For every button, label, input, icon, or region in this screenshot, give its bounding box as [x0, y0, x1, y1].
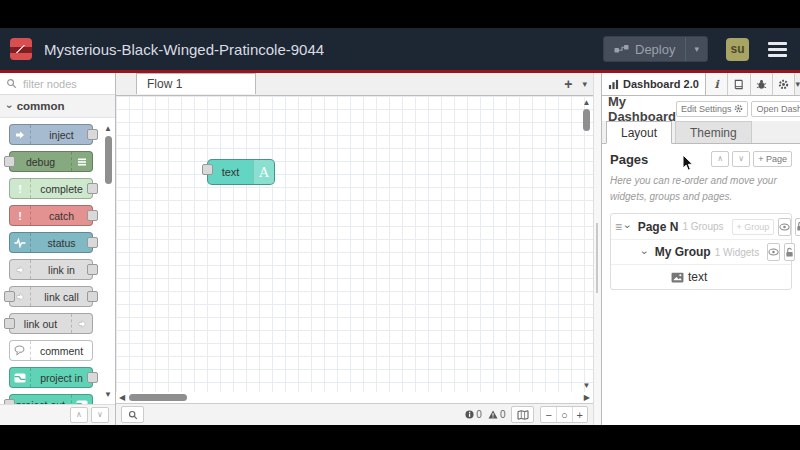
tab-help[interactable] [728, 73, 750, 95]
tab-layout[interactable]: Layout [606, 121, 672, 144]
palette-node-status[interactable]: status [9, 232, 93, 253]
palette-node-catch[interactable]: !catch [9, 205, 93, 226]
palette-node-label: status [31, 237, 92, 249]
tab-debug[interactable] [751, 73, 773, 95]
move-up-button[interactable]: ∧ [711, 151, 729, 167]
palette-node-complete[interactable]: !complete [9, 178, 93, 199]
add-group-button[interactable]: + Group [732, 219, 775, 235]
palette-node-project-in[interactable]: project in [9, 367, 93, 388]
tree-row-group[interactable]: › My Group 1 Widgets [611, 239, 791, 264]
tab-dashboard-label: Dashboard 2.0 [623, 78, 699, 90]
scroll-right-icon[interactable]: ▶ [584, 393, 590, 402]
chevron-down-icon[interactable]: › [622, 225, 633, 229]
group-lock-button[interactable] [784, 243, 795, 261]
add-page-button[interactable]: + Page [753, 151, 792, 167]
main-menu-button[interactable] [765, 39, 790, 60]
flow-tab-bar: Flow 1 + ▾ [116, 73, 593, 96]
tree-row-page[interactable]: ≡ › Page N 1 Groups + Group [611, 214, 791, 239]
info-count-value: 0 [476, 409, 482, 420]
palette-node-label: inject [31, 129, 92, 141]
user-avatar[interactable]: su [726, 38, 749, 61]
node-port-right [87, 129, 98, 140]
zoom-out-button[interactable]: − [541, 407, 555, 422]
palette-node-comment[interactable]: comment [9, 340, 93, 361]
project-logo-icon [71, 395, 92, 404]
deploy-button[interactable]: Deploy [604, 42, 685, 57]
dashboard-header-buttons: Edit Settings Open Dashboard [676, 101, 800, 117]
drag-handle-icon[interactable]: ≡ [615, 220, 622, 234]
main-area: › common injectdebug!complete!catchstatu… [0, 73, 800, 425]
widget-name: text [688, 270, 707, 284]
palette-node-project-out[interactable]: project out [9, 394, 93, 404]
deploy-options-button[interactable]: ▾ [685, 37, 707, 61]
group-visibility-button[interactable] [767, 243, 780, 261]
scrollbar-thumb[interactable] [105, 136, 112, 184]
app-header: Mysterious-Black-Winged-Pratincole-9044 … [0, 28, 800, 73]
complete-exclamation-icon: ! [10, 179, 31, 198]
book-icon [733, 79, 744, 90]
canvas-node-label: text [208, 166, 253, 178]
scroll-left-icon[interactable]: ◀ [119, 393, 125, 402]
node-port-right [87, 264, 98, 275]
collapse-all-button[interactable]: ∧ [70, 407, 88, 423]
deploy-nodes-icon [614, 44, 629, 54]
info-icon: i [714, 78, 718, 91]
warning-count: 0 [488, 409, 506, 420]
flow-canvas-panel: Flow 1 + ▾ text A ▲ ▼ [116, 73, 593, 425]
page-name: Page N [638, 220, 679, 234]
tree-row-widget[interactable]: text [611, 264, 791, 289]
scrollbar-thumb[interactable] [583, 109, 590, 131]
workspace-title: Mysterious-Black-Winged-Pratincole-9044 [44, 41, 603, 58]
search-icon [6, 78, 17, 89]
edit-settings-button[interactable]: Edit Settings [676, 101, 749, 117]
navigator-button[interactable] [511, 406, 534, 423]
palette-node-link-call[interactable]: link call [9, 286, 93, 307]
palette-category-common[interactable]: › common [0, 95, 115, 118]
chevron-down-icon[interactable]: › [639, 250, 650, 254]
node-red-logo-icon [10, 38, 32, 60]
node-port-right [87, 372, 98, 383]
canvas-search-button[interactable] [121, 406, 144, 423]
scroll-up-icon[interactable]: ▲ [583, 98, 591, 107]
caret-down-icon: ▾ [795, 79, 800, 89]
unlock-icon [796, 221, 800, 232]
node-port-right [87, 210, 98, 221]
node-port-right [87, 237, 98, 248]
sidebar-tab-menu-button[interactable]: ▾ [795, 73, 800, 95]
page-meta: 1 Groups [682, 221, 723, 232]
zoom-controls: − ○ + [540, 406, 588, 423]
sidebar-splitter[interactable] [593, 73, 601, 425]
tab-info[interactable]: i [706, 73, 728, 95]
node-port-left [4, 318, 15, 329]
expand-all-button[interactable]: ∨ [91, 407, 109, 423]
zoom-in-button[interactable]: + [572, 407, 587, 422]
tab-dashboard-2[interactable]: Dashboard 2.0 [602, 73, 706, 95]
node-port-left[interactable] [202, 164, 213, 175]
scrollbar-thumb[interactable] [129, 394, 187, 401]
deploy-label: Deploy [635, 42, 675, 57]
palette-node-debug[interactable]: debug [9, 151, 93, 172]
flow-canvas[interactable]: text A ▲ ▼ [116, 96, 593, 392]
canvas-horizontal-scrollbar[interactable]: ◀ ▶ [116, 392, 593, 403]
page-lock-button[interactable] [795, 218, 800, 236]
tab-config[interactable] [773, 73, 795, 95]
scroll-down-icon[interactable]: ▼ [104, 391, 112, 399]
add-flow-button[interactable]: + [564, 76, 572, 92]
scroll-down-icon[interactable]: ▼ [583, 381, 591, 390]
flow-list-button[interactable]: ▾ [582, 79, 587, 89]
canvas-node-text[interactable]: text A [207, 159, 275, 185]
dashboard-title: My Dashboard [608, 94, 676, 124]
page-visibility-button[interactable] [778, 218, 791, 236]
palette-scrollbar[interactable]: ▲ ▼ [103, 125, 113, 399]
canvas-vertical-scrollbar[interactable]: ▲ ▼ [581, 98, 592, 390]
zoom-reset-button[interactable]: ○ [556, 407, 572, 422]
filter-nodes-input[interactable] [21, 77, 105, 91]
scroll-up-icon[interactable]: ▲ [104, 125, 112, 133]
tab-theming[interactable]: Theming [675, 121, 752, 143]
palette-node-inject[interactable]: inject [9, 124, 93, 145]
open-dashboard-button[interactable]: Open Dashboard [751, 101, 800, 117]
tab-flow-1[interactable]: Flow 1 [136, 73, 256, 94]
move-down-button[interactable]: ∨ [732, 151, 750, 167]
palette-node-link-in[interactable]: link in [9, 259, 93, 280]
palette-node-link-out[interactable]: link out [9, 313, 93, 334]
